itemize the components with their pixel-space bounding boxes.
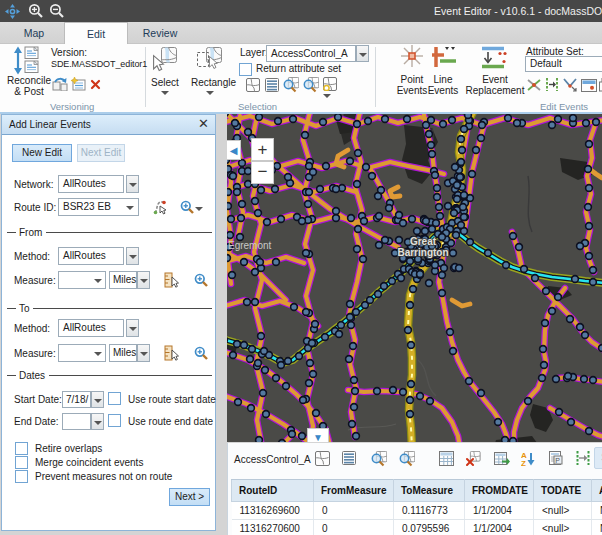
svg-text:Barrington: Barrington — [397, 247, 448, 258]
svg-text:Z: Z — [521, 459, 526, 466]
svg-text:P: P — [555, 457, 560, 464]
svg-text:Egremont: Egremont — [228, 240, 272, 251]
svg-text:Great: Great — [410, 236, 437, 247]
